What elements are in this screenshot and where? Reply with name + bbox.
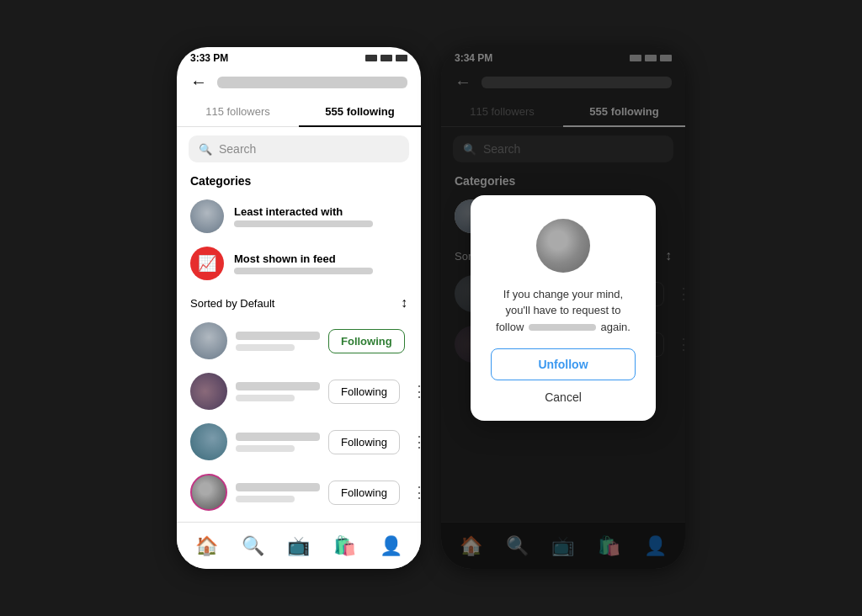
- nav-reels-1[interactable]: 📺: [287, 535, 310, 557]
- follow-info-4: [236, 483, 320, 502]
- sort-icon-1[interactable]: ↕: [401, 295, 407, 311]
- bottom-nav-1: 🏠 🔍 📺 🛍️ 👤: [177, 522, 421, 569]
- tab-following-1[interactable]: 555 following: [299, 97, 421, 126]
- phone-1: 3:33 PM ← 115 followers 555 following 🔍 …: [177, 47, 421, 569]
- following-button-2[interactable]: Following: [328, 380, 400, 404]
- cat-avatar-1: [190, 199, 224, 233]
- cat-info-2: Most shown in feed: [234, 252, 407, 274]
- follow-name-2: [236, 382, 320, 390]
- nav-shop-1[interactable]: 🛍️: [333, 535, 356, 557]
- nav-search-1[interactable]: 🔍: [242, 535, 264, 557]
- category-least-interacted[interactable]: Least interacted with: [177, 193, 421, 240]
- following-button-1[interactable]: Following: [328, 329, 405, 353]
- unfollow-modal: If you change your mind, you'll have to …: [471, 195, 656, 422]
- follow-item-2: Following ⋮: [177, 366, 421, 417]
- username-display-1: [217, 77, 407, 88]
- cat-avatar-2: 📈: [190, 247, 224, 280]
- back-button-1[interactable]: ←: [190, 72, 207, 92]
- follow-info-1: [236, 332, 320, 351]
- tab-followers-1[interactable]: 115 followers: [177, 97, 299, 126]
- more-button-3[interactable]: ⋮: [408, 433, 421, 451]
- search-bar-1[interactable]: 🔍 Search: [189, 135, 409, 162]
- more-button-1[interactable]: ⋮: [413, 332, 421, 350]
- follow-sub-4: [236, 496, 295, 502]
- wifi-icon: [380, 55, 392, 61]
- status-bar-1: 3:33 PM: [177, 47, 421, 67]
- following-button-4[interactable]: Following: [328, 481, 400, 505]
- follow-name-3: [236, 433, 320, 441]
- follow-avatar-2: [190, 373, 227, 410]
- cat-avatar-img-1: [190, 199, 224, 233]
- header-1: ←: [177, 67, 421, 97]
- follow-avatar-3: [190, 423, 227, 460]
- cancel-link[interactable]: Cancel: [491, 390, 636, 404]
- modal-avatar: [536, 219, 590, 273]
- signal-icon: [365, 55, 377, 61]
- follow-name-1: [236, 332, 320, 340]
- cat-desc-2: [234, 268, 373, 274]
- cat-desc-1: [234, 220, 373, 227]
- modal-username: [529, 324, 596, 331]
- follow-info-3: [236, 433, 320, 452]
- follow-sub-1: [236, 344, 295, 351]
- status-icons-1: [365, 55, 407, 61]
- follow-avatar-1: [190, 322, 227, 359]
- sorted-row-1: Sorted by Default ↕: [177, 287, 421, 316]
- modal-overlay: If you change your mind, you'll have to …: [441, 47, 685, 569]
- follow-info-2: [236, 382, 320, 401]
- cat-name-1: Least interacted with: [234, 205, 407, 218]
- tabs-1: 115 followers 555 following: [177, 97, 421, 127]
- follow-avatar-4: [190, 474, 227, 511]
- phone-2: 3:34 PM ← 115 followers 555 following 🔍 …: [441, 47, 685, 569]
- battery-icon: [396, 55, 407, 61]
- follow-sub-3: [236, 445, 295, 452]
- follow-item-1: Following ⋮: [177, 316, 421, 366]
- time-1: 3:33 PM: [190, 52, 228, 64]
- search-placeholder-1: Search: [219, 142, 256, 156]
- follow-item-3: Following ⋮: [177, 417, 421, 467]
- categories-title-1: Categories: [177, 171, 421, 193]
- cat-info-1: Least interacted with: [234, 205, 407, 227]
- sorted-label-1: Sorted by Default: [190, 297, 274, 310]
- follow-sub-2: [236, 395, 295, 401]
- category-most-shown[interactable]: 📈 Most shown in feed: [177, 240, 421, 287]
- following-button-3[interactable]: Following: [328, 430, 400, 454]
- more-button-4[interactable]: ⋮: [408, 483, 421, 502]
- unfollow-button[interactable]: Unfollow: [491, 348, 636, 380]
- search-icon-1: 🔍: [199, 143, 212, 156]
- cat-name-2: Most shown in feed: [234, 252, 407, 265]
- modal-message: If you change your mind, you'll have to …: [491, 286, 636, 336]
- nav-profile-1[interactable]: 👤: [380, 535, 402, 557]
- nav-home-1[interactable]: 🏠: [195, 535, 218, 557]
- follow-name-4: [236, 483, 320, 491]
- follow-item-4: Following ⋮: [177, 467, 421, 518]
- more-button-2[interactable]: ⋮: [408, 382, 421, 401]
